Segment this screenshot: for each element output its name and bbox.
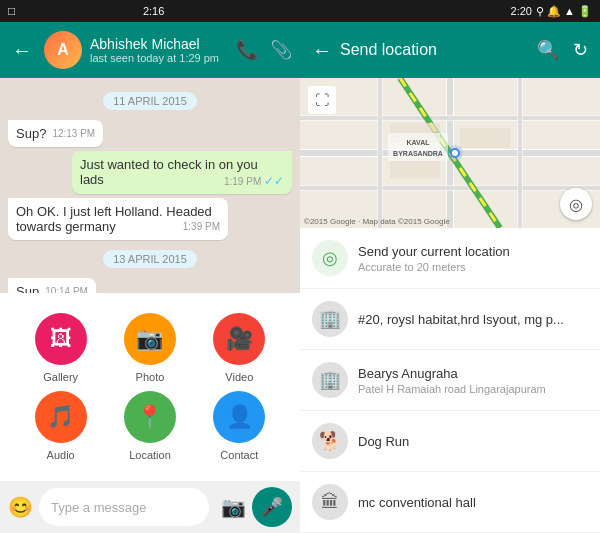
svg-text:KAVAL: KAVAL: [406, 139, 430, 146]
location-list: ◎ Send your current location Accurate to…: [300, 228, 600, 533]
media-item-location[interactable]: 📍 Location: [109, 391, 190, 461]
media-item-video[interactable]: 🎥 Video: [199, 313, 280, 383]
media-item-gallery[interactable]: 🖼 Gallery: [20, 313, 101, 383]
avatar: A: [44, 31, 82, 69]
message-input-field[interactable]: Type a message: [39, 488, 209, 526]
location-item-1[interactable]: 🏢 Bearys Anugraha Patel H Ramaiah road L…: [300, 350, 600, 411]
location-building-icon-0: 🏢: [312, 301, 348, 337]
location-item-0[interactable]: 🏢 #20, roysl habitat,hrd lsyout, mg p...: [300, 289, 600, 350]
location-dog-icon: 🐕: [312, 423, 348, 459]
chat-header: ← A Abhishek Michael last seen today at …: [0, 22, 300, 78]
location-item-current[interactable]: ◎ Send your current location Accurate to…: [300, 228, 600, 289]
location-text-0: #20, roysl habitat,hrd lsyout, mg p...: [358, 312, 564, 327]
audio-icon: 🎵: [35, 391, 87, 443]
video-label: Video: [225, 371, 253, 383]
location-text-3: mc conventional hall: [358, 495, 476, 510]
photo-icon: 📷: [124, 313, 176, 365]
attach-button[interactable]: 📎: [270, 39, 292, 61]
location-item-3[interactable]: 🏛 mc conventional hall: [300, 472, 600, 533]
svg-rect-16: [460, 128, 510, 148]
media-item-photo[interactable]: 📷 Photo: [109, 313, 190, 383]
send-location-panel: ← Send location 🔍 ↻: [300, 22, 600, 533]
contact-name: Abhishek Michael: [90, 36, 228, 52]
map-expand-button[interactable]: ⛶: [308, 86, 336, 114]
input-bar: 😊 Type a message 📷 🎤: [0, 481, 300, 533]
chat-panel: ← A Abhishek Michael last seen today at …: [0, 22, 300, 533]
mic-button[interactable]: 🎤: [252, 487, 292, 527]
send-location-header: ← Send location 🔍 ↻: [300, 22, 600, 78]
message-1: Sup? 12:13 PM: [8, 120, 103, 147]
location-name-0: #20, roysl habitat,hrd lsyout, mg p...: [358, 312, 564, 327]
photo-label: Photo: [136, 371, 165, 383]
map-view: KAVAL BYRASANDRA ⛶ ◎ ©2015 Google · Map …: [300, 78, 600, 228]
audio-label: Audio: [47, 449, 75, 461]
contact-icon: 👤: [213, 391, 265, 443]
current-location-text: Send your current location Accurate to 2…: [358, 244, 510, 273]
camera-button[interactable]: 📷: [221, 495, 246, 519]
message-3: Oh OK. I just left Holland. Headed towar…: [8, 198, 228, 240]
left-time: 2:16: [15, 5, 292, 17]
map-copyright: ©2015 Google · Map data ©2015 Google: [304, 217, 450, 226]
message-tick: ✓✓: [264, 174, 284, 188]
svg-point-23: [452, 150, 458, 156]
mic-icon: 🎤: [261, 496, 283, 518]
media-grid: 🖼 Gallery 📷 Photo 🎥 Video 🎵 Audio 📍: [12, 305, 288, 469]
contact-label: Contact: [220, 449, 258, 461]
location-name-2: Dog Run: [358, 434, 409, 449]
left-status-bar: □ 2:16: [0, 0, 300, 22]
location-building-icon-1: 🏢: [312, 362, 348, 398]
header-icons: 📞 📎: [236, 39, 292, 61]
location-name-3: mc conventional hall: [358, 495, 476, 510]
right-time: 2:20: [511, 5, 532, 17]
gallery-label: Gallery: [43, 371, 78, 383]
emoji-button[interactable]: 😊: [8, 495, 33, 519]
location-label: Location: [129, 449, 171, 461]
left-phone-icon: □: [8, 4, 15, 18]
right-status-icons: ⚲ 🔔 ▲ 🔋: [536, 5, 592, 18]
svg-text:BYRASANDRA: BYRASANDRA: [393, 150, 443, 157]
location-text-1: Bearys Anugraha Patel H Ramaiah road Lin…: [358, 366, 546, 395]
contact-status: last seen today at 1:29 pm: [90, 52, 228, 64]
search-icon[interactable]: 🔍: [537, 39, 559, 61]
message-2: Just wanted to check in on you lads 1:19…: [72, 151, 292, 194]
message-placeholder: Type a message: [51, 500, 146, 515]
call-button[interactable]: 📞: [236, 39, 258, 61]
location-item-2[interactable]: 🐕 Dog Run: [300, 411, 600, 472]
back-button[interactable]: ←: [8, 35, 36, 66]
media-item-audio[interactable]: 🎵 Audio: [20, 391, 101, 461]
current-location-name: Send your current location: [358, 244, 510, 259]
current-location-icon: ◎: [312, 240, 348, 276]
current-location-sub: Accurate to 20 meters: [358, 261, 510, 273]
location-icon: 📍: [124, 391, 176, 443]
location-sub-1: Patel H Ramaiah road Lingarajapuram: [358, 383, 546, 395]
location-text-2: Dog Run: [358, 434, 409, 449]
video-icon: 🎥: [213, 313, 265, 365]
media-item-contact[interactable]: 👤 Contact: [199, 391, 280, 461]
right-header-icons: 🔍 ↻: [537, 39, 588, 61]
gallery-icon: 🖼: [35, 313, 87, 365]
refresh-icon[interactable]: ↻: [573, 39, 588, 61]
right-status-bar: 2:20 ⚲ 🔔 ▲ 🔋: [300, 0, 600, 22]
contact-info: Abhishek Michael last seen today at 1:29…: [90, 36, 228, 64]
location-back-button[interactable]: ←: [312, 39, 332, 62]
date-badge-2: 13 APRIL 2015: [103, 250, 197, 268]
send-location-title: Send location: [340, 41, 529, 59]
date-badge-1: 11 APRIL 2015: [103, 92, 197, 110]
media-picker: 🖼 Gallery 📷 Photo 🎥 Video 🎵 Audio 📍: [0, 293, 300, 481]
map-location-button[interactable]: ◎: [560, 188, 592, 220]
location-building-icon-3: 🏛: [312, 484, 348, 520]
location-name-1: Bearys Anugraha: [358, 366, 546, 381]
